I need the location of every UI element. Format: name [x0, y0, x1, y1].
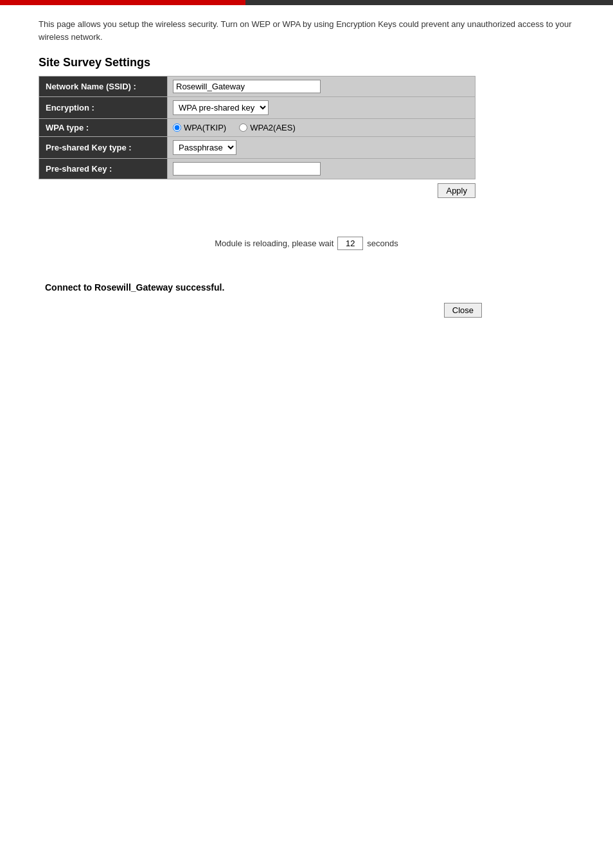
wpa-tkip-radio[interactable]: [173, 123, 181, 132]
encryption-row: Encryption : WPA pre-shared key WEP None: [39, 97, 475, 119]
wpa-tkip-text: WPA(TKIP): [184, 123, 226, 132]
wpa-aes-radio[interactable]: [239, 123, 247, 132]
encryption-select[interactable]: WPA pre-shared key WEP None: [173, 100, 269, 115]
psk-row: Pre-shared Key :: [39, 159, 475, 179]
settings-table: Network Name (SSID) : Encryption : WPA p…: [39, 76, 475, 179]
wpa-tkip-label[interactable]: WPA(TKIP): [173, 123, 226, 132]
section-title: Site Survey Settings: [39, 56, 574, 69]
network-name-label: Network Name (SSID) :: [39, 77, 168, 97]
encryption-cell: WPA pre-shared key WEP None: [168, 97, 475, 119]
reload-text-before: Module is reloading, please wait: [215, 239, 333, 248]
wpa-type-label: WPA type :: [39, 119, 168, 137]
psk-type-select[interactable]: Passphrase Hex: [173, 140, 236, 155]
psk-input[interactable]: [173, 162, 321, 176]
network-name-input[interactable]: [173, 80, 321, 93]
close-row: Close: [45, 303, 482, 318]
intro-text: This page allows you setup the wireless …: [39, 18, 574, 43]
psk-type-label: Pre-shared Key type :: [39, 137, 168, 159]
apply-button[interactable]: Apply: [438, 183, 475, 198]
psk-label: Pre-shared Key :: [39, 159, 168, 179]
psk-type-row: Pre-shared Key type : Passphrase Hex: [39, 137, 475, 159]
wpa-aes-text: WPA2(AES): [250, 123, 296, 132]
close-button[interactable]: Close: [444, 303, 482, 318]
psk-type-cell: Passphrase Hex: [168, 137, 475, 159]
network-name-row: Network Name (SSID) :: [39, 77, 475, 97]
wpa-type-radio-group: WPA(TKIP) WPA2(AES): [173, 123, 470, 132]
psk-cell: [168, 159, 475, 179]
reload-text-after: seconds: [367, 239, 398, 248]
apply-row: Apply: [39, 179, 475, 198]
reload-seconds-input[interactable]: [337, 237, 363, 250]
wpa-aes-label[interactable]: WPA2(AES): [239, 123, 296, 132]
wpa-type-cell: WPA(TKIP) WPA2(AES): [168, 119, 475, 137]
network-name-cell: [168, 77, 475, 97]
top-bar: [0, 0, 613, 5]
wpa-type-row: WPA type : WPA(TKIP) WPA2(AES): [39, 119, 475, 137]
reload-section: Module is reloading, please wait seconds: [39, 237, 574, 250]
success-message: Connect to Rosewill_Gateway successful.: [45, 282, 574, 293]
encryption-label: Encryption :: [39, 97, 168, 119]
success-section: Connect to Rosewill_Gateway successful. …: [39, 282, 574, 318]
